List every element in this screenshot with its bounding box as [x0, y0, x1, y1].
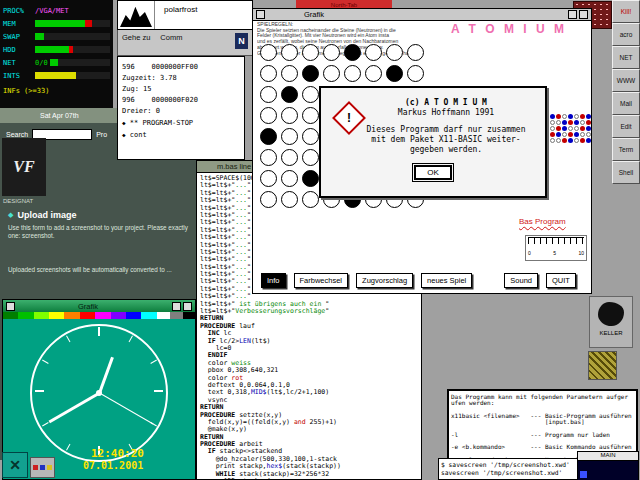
maximize-button[interactable]: [183, 302, 192, 311]
board-cell[interactable]: [258, 42, 279, 63]
dock-button-net[interactable]: NET: [612, 46, 640, 69]
atomium-button-row: InfoFarbwechselZugvorschlagneues SpielSo…: [261, 273, 576, 288]
terminal-window[interactable]: 596 0000000FF00Zugzeit: 3.78Zug: 15996 0…: [117, 56, 245, 160]
board-cell[interactable]: [258, 63, 279, 84]
window-menu-button[interactable]: [6, 302, 15, 311]
board-cell[interactable]: [279, 126, 300, 147]
board-cell[interactable]: [363, 63, 384, 84]
board-cell[interactable]: [279, 42, 300, 63]
info-button[interactable]: Info: [261, 273, 286, 288]
board-cell[interactable]: [258, 168, 279, 189]
neutron-circle: [260, 128, 277, 145]
dock-button-acro[interactable]: acro: [612, 23, 640, 46]
terminal-line: Dreier: 0: [122, 106, 240, 117]
board-cell[interactable]: [384, 42, 405, 63]
atomium-content: SPIELREGELN:Die Spieler setzten nacheina…: [253, 21, 591, 294]
netscape-logo-icon[interactable]: N: [235, 33, 248, 49]
neutron-circle: [260, 170, 277, 187]
page-paragraph: Use this form to add a screenshot to you…: [8, 224, 190, 239]
mini-board-dot: [568, 132, 573, 137]
atomium-window[interactable]: Grafik SPIELREGELN:Die Spieler setzten n…: [252, 8, 592, 294]
neutron-circle: [281, 44, 298, 61]
board-cell[interactable]: [300, 126, 321, 147]
dock-button-kill[interactable]: Kill!: [612, 0, 640, 23]
section-title: Upload image: [17, 210, 76, 220]
neutron-circle: [302, 107, 319, 124]
neutron-circle: [302, 149, 319, 166]
board-cell[interactable]: [258, 147, 279, 168]
board-cell[interactable]: [342, 63, 363, 84]
board-cell[interactable]: [279, 105, 300, 126]
window-menu-button[interactable]: [256, 10, 265, 19]
dialog-text-line: Dieses Programm darf nur zusammen: [355, 125, 537, 135]
board-cell[interactable]: [300, 147, 321, 168]
sound-button[interactable]: Sound: [504, 273, 538, 288]
sysmon-bar-segment: [50, 59, 58, 66]
ok-button[interactable]: OK: [414, 165, 452, 180]
board-cell[interactable]: [405, 42, 426, 63]
board-cell[interactable]: [300, 63, 321, 84]
desktop-icon-palette[interactable]: [30, 457, 55, 478]
quit-button[interactable]: QUIT: [546, 273, 576, 288]
board-cell[interactable]: [363, 42, 384, 63]
neutron-circle: [407, 44, 424, 61]
hour-hand: [98, 357, 114, 394]
desktop-icon-x[interactable]: ✕: [2, 452, 28, 478]
dock-button-shell[interactable]: Shell: [612, 161, 640, 184]
board-cell[interactable]: [342, 42, 363, 63]
ruler-number: 5: [553, 250, 556, 256]
polarfrost-window[interactable]: polarfrost: [117, 0, 253, 30]
board-cell[interactable]: [258, 189, 279, 210]
terminal-line: Zug: 15: [122, 84, 240, 95]
board-cell[interactable]: [300, 84, 321, 105]
zugvorschlag-button[interactable]: Zugvorschlag: [356, 273, 413, 288]
iconify-button[interactable]: [568, 10, 577, 19]
mini-board-dot: [550, 114, 555, 119]
menu-item-gehe-zu[interactable]: Gehe zu: [122, 33, 150, 42]
board-cell[interactable]: [321, 42, 342, 63]
clock-tick: [35, 390, 44, 392]
maximize-button[interactable]: [579, 10, 588, 19]
app-icon-yellow[interactable]: [588, 351, 617, 380]
board-cell[interactable]: [405, 63, 426, 84]
clock-titlebar[interactable]: Grafik: [3, 300, 195, 312]
board-cell[interactable]: [279, 168, 300, 189]
keller-icon[interactable]: KELLER: [589, 296, 633, 348]
board-cell[interactable]: [279, 147, 300, 168]
board-cell[interactable]: [258, 105, 279, 126]
dock-button-mail[interactable]: Mail: [612, 92, 640, 115]
board-cell[interactable]: [321, 63, 342, 84]
neutron-circle: [407, 65, 424, 82]
mini-board-dot: [574, 114, 579, 119]
mini-board-dot: [562, 114, 567, 119]
board-cell[interactable]: [300, 168, 321, 189]
dock-button-term[interactable]: Term: [612, 138, 640, 161]
board-cell[interactable]: [300, 189, 321, 210]
desktop: North-Tab PROC%/VGA/METMEMSWAPHDDNET0/0I…: [0, 0, 640, 480]
neutron-circle: [302, 191, 319, 208]
dock-button-www[interactable]: WWW: [612, 69, 640, 92]
board-cell[interactable]: [279, 84, 300, 105]
sysmon-label: PROC%: [3, 7, 35, 15]
atomium-titlebar[interactable]: Grafik: [253, 9, 591, 21]
iconify-button[interactable]: [172, 302, 181, 311]
atomium-window-title: Grafik: [304, 10, 324, 19]
sysmon-bar-segment: [35, 72, 76, 79]
neues-spiel-button[interactable]: neues Spiel: [421, 273, 472, 288]
menu-item-comm[interactable]: Comm: [160, 33, 182, 42]
editor-title: m.bas line: [217, 162, 251, 171]
board-cell[interactable]: [258, 84, 279, 105]
sysmon-value: /VGA/MET: [35, 7, 69, 15]
neutron-circle: [302, 65, 319, 82]
board-cell[interactable]: [300, 105, 321, 126]
clock-window[interactable]: Grafik 12:40:20 07.01.2001: [2, 299, 196, 480]
analog-clock-face: [30, 324, 168, 462]
main-window[interactable]: MAIN: [577, 451, 639, 480]
farbwechsel-button[interactable]: Farbwechsel: [294, 273, 349, 288]
board-cell[interactable]: [279, 63, 300, 84]
board-cell[interactable]: [384, 63, 405, 84]
board-cell[interactable]: [258, 126, 279, 147]
board-cell[interactable]: [279, 189, 300, 210]
dock-button-edit[interactable]: Edit: [612, 115, 640, 138]
board-cell[interactable]: [300, 42, 321, 63]
